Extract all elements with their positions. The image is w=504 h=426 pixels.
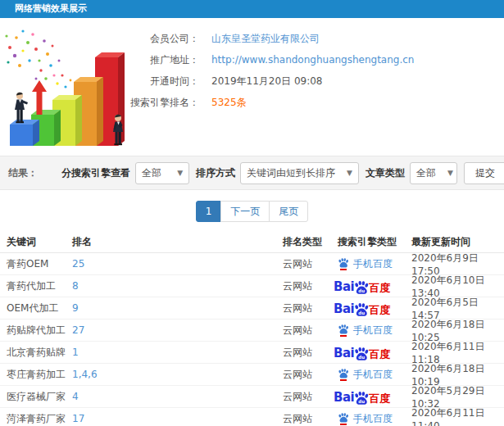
rank-count-unit: 条 (237, 97, 247, 108)
baidu-logo-chinese: 百度 (369, 283, 390, 293)
page-button-current[interactable]: 1 (196, 201, 222, 222)
header-rank: 排名 (72, 235, 283, 249)
baidu-paw-underline (340, 379, 347, 381)
engine-cell: Bai du 百度 (338, 279, 411, 293)
rank-link[interactable]: 8 (72, 280, 79, 292)
table-row: OEM代加工 9 云网站 Bai du (0, 297, 504, 320)
filter-controls: 分搜索引擎查看 全部 ▼ 排序方式 关键词由短到长排序 ▼ 文章类型 全部 ▼ … (55, 162, 504, 184)
table-row: 药贴牌代加工 27 云网站 手机百度 (0, 320, 504, 342)
engine-cell: 手机百度 (338, 412, 411, 426)
article-type-selected: 全部 (416, 166, 436, 180)
engine-cell: Bai du 百度 (338, 389, 411, 404)
app-title-bar: 网络营销效果展示 (0, 0, 504, 18)
sort-select[interactable]: 关键词由短到长排序 ▼ (240, 162, 359, 184)
engine-view-select[interactable]: 全部 ▼ (135, 162, 189, 184)
rank-type-cell: 云网站 (283, 301, 338, 315)
baidu-logo: Bai du 百度 (334, 279, 390, 293)
member-info-panel: 会员公司： 山东皇圣堂药业有限公司 推广地址： http://www.shand… (113, 28, 504, 113)
mobile-baidu-label: 手机百度 (353, 368, 393, 382)
keyword-cell: 医疗器械厂家 (7, 390, 72, 404)
svg-text:du: du (358, 288, 365, 293)
header-engine-type: 搜索引擎类型 (338, 235, 411, 249)
sort-label: 排序方式 (196, 166, 235, 180)
updated-time-cell: 2020年6月11日 11:40 (411, 406, 504, 426)
baidu-paw-underline (340, 424, 347, 425)
engine-rank-row: 搜索引擎排名： 5325条 (113, 92, 504, 113)
baidu-logo-bai: Bai (334, 347, 354, 360)
baidu-paw-icon (338, 368, 349, 381)
bar-blue (10, 120, 39, 146)
rank-link[interactable]: 27 (72, 324, 84, 336)
pagination: 1 下一页 尾页 (0, 201, 504, 222)
promo-url-label: 推广地址： (113, 53, 199, 67)
promo-url-link[interactable]: http://www.shandonghuangshengtang.cn (211, 54, 414, 66)
rank-link[interactable]: 1,4,6 (72, 369, 98, 380)
engine-cell: 手机百度 (338, 257, 411, 271)
engine-view-label: 分搜索引擎查看 (61, 166, 130, 180)
header-rank-type: 排名类型 (283, 235, 338, 249)
rank-type-cell: 云网站 (283, 279, 338, 293)
table-header-row: 关键词 排名 排名类型 搜索引擎类型 最新更新时间 (0, 231, 504, 253)
rank-type-cell: 云网站 (283, 346, 338, 360)
baidu-logo: Bai du 百度 (334, 345, 390, 360)
baidu-logo-bai: Bai (334, 303, 354, 315)
table-row: 北京膏药贴牌 1 云网站 Bai du (0, 342, 504, 364)
mobile-baidu-badge: 手机百度 (338, 324, 393, 338)
keyword-cell: 菏泽膏药厂家 (7, 412, 72, 426)
up-arrow (32, 80, 47, 115)
filter-bar: 结果： 分搜索引擎查看 全部 ▼ 排序方式 关键词由短到长排序 ▼ 文章类型 全… (0, 156, 504, 190)
info-section: 会员公司： 山东皇圣堂药业有限公司 推广地址： http://www.shand… (0, 18, 504, 156)
baidu-logo-bai: Bai (334, 392, 354, 404)
baidu-logo-bai: Bai (334, 281, 354, 293)
header-keyword: 关键词 (7, 235, 72, 249)
article-type-label: 文章类型 (366, 166, 405, 180)
last-page-button[interactable]: 尾页 (269, 201, 308, 222)
engine-view-selected: 全部 (142, 166, 161, 180)
rank-type-cell: 云网站 (283, 324, 338, 338)
mobile-baidu-badge: 手机百度 (338, 368, 393, 382)
mobile-baidu-badge: 手机百度 (338, 412, 393, 426)
company-link[interactable]: 山东皇圣堂药业有限公司 (211, 32, 320, 46)
rank-type-cell: 云网站 (283, 368, 338, 382)
svg-text:du: du (358, 355, 365, 360)
baidu-logo-chinese: 百度 (369, 305, 390, 315)
rank-link[interactable]: 9 (72, 302, 79, 314)
chevron-down-icon: ▼ (447, 169, 453, 177)
article-type-select[interactable]: 全部 ▼ (410, 162, 457, 184)
mobile-baidu-badge: 手机百度 (338, 257, 393, 271)
baidu-paw-icon: du (353, 302, 370, 317)
keyword-cell: 膏药OEM (7, 257, 72, 271)
table-row: 膏药OEM 25 云网站 手机百度 (0, 253, 504, 275)
rank-link[interactable]: 25 (72, 258, 84, 270)
mobile-baidu-label: 手机百度 (353, 324, 393, 338)
company-label: 会员公司： (113, 32, 199, 46)
result-label: 结果： (8, 166, 38, 180)
next-page-button[interactable]: 下一页 (220, 201, 270, 222)
baidu-logo: Bai du 百度 (334, 301, 390, 315)
results-table-body: 膏药OEM 25 云网站 手机百度 (0, 253, 504, 426)
engine-cell: Bai du 百度 (338, 301, 411, 315)
table-row: 医疗器械厂家 4 云网站 Bai du (0, 386, 504, 408)
submit-button[interactable]: 提交 (464, 162, 504, 184)
rank-type-cell: 云网站 (283, 412, 338, 426)
keyword-cell: 药贴牌代加工 (7, 324, 72, 338)
rank-link[interactable]: 17 (72, 413, 84, 424)
baidu-paw-icon (338, 412, 349, 425)
rank-link[interactable]: 1 (72, 347, 79, 358)
mobile-baidu-label: 手机百度 (353, 257, 393, 271)
chevron-down-icon: ▼ (177, 169, 183, 177)
results-table: 关键词 排名 排名类型 搜索引擎类型 最新更新时间 膏药OEM 25 云网站 (0, 231, 504, 426)
svg-text:du: du (358, 310, 365, 315)
baidu-logo-chinese: 百度 (369, 393, 390, 404)
engine-cell: 手机百度 (338, 368, 411, 382)
businessman-left (15, 93, 28, 124)
rank-link[interactable]: 4 (72, 391, 79, 402)
rank-count-number: 5325 (211, 97, 237, 108)
baidu-paw-icon: du (353, 280, 370, 295)
table-row: 菏泽膏药厂家 17 云网站 手机百度 (0, 408, 504, 426)
svg-text:du: du (358, 399, 365, 404)
table-row: 枣庄膏药加工 1,4,6 云网站 手机百 (0, 364, 504, 386)
company-row: 会员公司： 山东皇圣堂药业有限公司 (113, 28, 504, 49)
sort-selected: 关键词由短到长排序 (247, 166, 335, 180)
baidu-paw-icon: du (353, 391, 370, 406)
